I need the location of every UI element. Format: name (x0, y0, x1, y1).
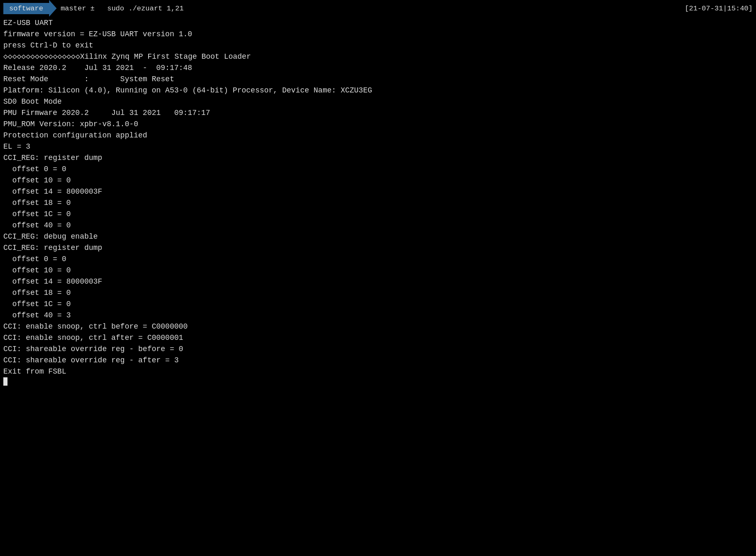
terminal-line: PMU_ROM Version: xpbr-v8.1.0-0 (3, 119, 753, 130)
terminal-line: SD0 Boot Mode (3, 96, 753, 107)
terminal-line: offset 0 = 0 (3, 254, 753, 265)
timestamp: [21-07-31|15:40] (685, 5, 753, 12)
terminal-line: offset 40 = 0 (3, 220, 753, 231)
terminal-line: CCI: shareable override reg - before = 0 (3, 344, 753, 355)
branch-label: master ± (61, 5, 95, 12)
terminal-line: CCI: shareable override reg - after = 3 (3, 355, 753, 366)
terminal-line: offset 0 = 0 (3, 164, 753, 175)
terminal-line: offset 1C = 0 (3, 299, 753, 310)
terminal-line: PMU Firmware 2020.2 Jul 31 2021 09:17:17 (3, 107, 753, 119)
terminal-line: Exit from FSBL (3, 366, 753, 377)
terminal-line: CCI_REG: register dump (3, 242, 753, 254)
terminal-line: offset 10 = 0 (3, 265, 753, 276)
terminal-line: Reset Mode : System Reset (3, 74, 753, 85)
terminal-body[interactable]: EZ-USB UARTfirmware version = EZ-USB UAR… (0, 17, 756, 389)
terminal-line: offset 18 = 0 (3, 197, 753, 209)
terminal-line: EZ-USB UART (3, 17, 753, 29)
terminal-window: software master ± sudo ./ezuart 1,21 [21… (0, 0, 756, 556)
terminal-line: Release 2020.2 Jul 31 2021 - 09:17:48 (3, 62, 753, 74)
terminal-line: offset 40 = 3 (3, 310, 753, 321)
terminal-line: offset 14 = 8000003F (3, 186, 753, 197)
cursor-line (3, 377, 753, 386)
terminal-line: offset 18 = 0 (3, 287, 753, 299)
command-text: sudo ./ezuart 1,21 (107, 5, 184, 12)
terminal-line: CCI_REG: register dump (3, 152, 753, 164)
software-tab[interactable]: software (3, 3, 49, 14)
terminal-line: press Ctrl-D to exit (3, 40, 753, 51)
tab-arrow-icon (49, 0, 57, 17)
terminal-line: firmware version = EZ-USB UART version 1… (3, 29, 753, 40)
terminal-line: CCI: enable snoop, ctrl before = C000000… (3, 321, 753, 332)
terminal-line: offset 14 = 8000003F (3, 276, 753, 287)
terminal-line: EL = 3 (3, 141, 753, 152)
terminal-line: CCI: enable snoop, ctrl after = C0000001 (3, 332, 753, 344)
prompt-icon (99, 5, 103, 12)
terminal-line: offset 10 = 0 (3, 175, 753, 186)
terminal-line: ◇◇◇◇◇◇◇◇◇◇◇◇◇◇◇◇◇Xilinx Zynq MP First St… (3, 51, 753, 62)
terminal-line: Platform: Silicon (4.0), Running on A53-… (3, 85, 753, 96)
terminal-line: CCI_REG: debug enable (3, 231, 753, 242)
terminal-line: Protection configuration applied (3, 130, 753, 141)
terminal-line: offset 1C = 0 (3, 209, 753, 220)
title-bar: software master ± sudo ./ezuart 1,21 [21… (0, 0, 756, 17)
terminal-cursor (3, 377, 7, 386)
title-left: software master ± sudo ./ezuart 1,21 (3, 0, 184, 17)
